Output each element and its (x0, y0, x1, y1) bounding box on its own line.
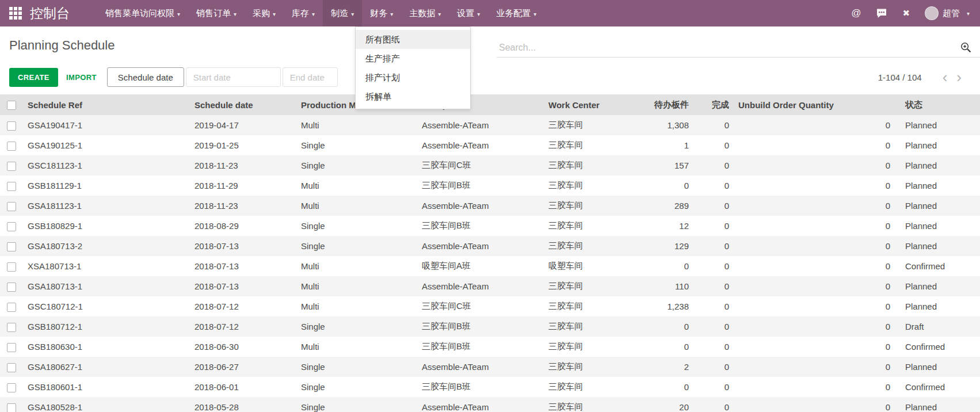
app-title[interactable]: 控制台 (30, 5, 70, 22)
checkbox-cell (0, 377, 23, 397)
column-header[interactable]: Unbuild Order Quantity (734, 94, 895, 115)
table-row[interactable]: GSC180712-12018-07-12Multi三胶车间C班三胶车间1,23… (0, 296, 980, 316)
topbar-menu-8[interactable]: 设置▾ (449, 0, 488, 26)
topbar-menu-7[interactable]: 主数据▾ (401, 0, 449, 26)
cell: 2 (636, 357, 693, 377)
cell: GSA180627-1 (23, 357, 190, 377)
cell: 2018-07-13 (190, 236, 296, 256)
cell: 0 (636, 377, 693, 397)
row-checkbox[interactable] (7, 222, 16, 231)
table-row[interactable]: GSA190417-12019-04-17MultiAssemble-ATeam… (0, 115, 980, 135)
column-header[interactable]: Work Center (544, 94, 636, 115)
table-row[interactable]: GSB180630-12018-06-30Multi三胶车间B班三胶车间000C… (0, 337, 980, 357)
chevron-down-icon: ▾ (351, 11, 354, 17)
row-checkbox[interactable] (7, 121, 16, 131)
cell: Planned (895, 176, 980, 196)
tools-icon[interactable]: ✖ (902, 8, 910, 18)
search-input[interactable] (499, 43, 960, 53)
select-all-checkbox[interactable] (7, 101, 16, 110)
cell: 2018-06-27 (190, 357, 296, 377)
table-row[interactable]: GSA181123-12018-11-23MultiAssemble-ATeam… (0, 196, 980, 216)
dropdown-item-2[interactable]: 生产排产 (356, 49, 470, 68)
topbar-menu-4[interactable]: 库存▾ (284, 0, 323, 26)
cell: Multi (296, 115, 417, 135)
cell: 0 (693, 135, 734, 155)
cell: 0 (636, 337, 693, 357)
cell: 三胶车间 (544, 357, 636, 377)
pager-next-button[interactable]: › (952, 71, 966, 83)
column-header[interactable]: Schedule date (190, 94, 296, 115)
topbar-menus: 销售菜单访问权限▾销售订单▾采购▾库存▾制造▾财务▾主数据▾设置▾业务配置▾ (97, 0, 544, 26)
row-checkbox[interactable] (7, 262, 16, 272)
cell: 0 (693, 377, 734, 397)
select-all-header-cell[interactable] (0, 94, 23, 115)
cell: 2018-11-23 (190, 155, 296, 176)
checkbox-cell (0, 276, 23, 296)
table-row[interactable]: GSA180713-22018-07-13SingleAssemble-ATea… (0, 236, 980, 256)
control-panel: Planning Schedule CREATE IMPORT Schedule… (0, 26, 980, 94)
cell: 三胶车间B班 (417, 377, 544, 397)
table-row[interactable]: GSB180712-12018-07-12Single三胶车间B班三胶车间000… (0, 316, 980, 337)
schedule-date-filter-button[interactable]: Schedule date (107, 67, 184, 87)
table-row[interactable]: GSA180713-12018-07-13MultiAssemble-ATeam… (0, 276, 980, 296)
apps-menu-icon[interactable] (9, 7, 22, 20)
column-header[interactable]: 状态 (895, 94, 980, 115)
cell: GSB180601-1 (23, 377, 190, 397)
row-checkbox[interactable] (7, 363, 16, 372)
row-checkbox[interactable] (7, 303, 16, 312)
cell: Assemble-ATeam (417, 236, 544, 256)
cell: Confirmed (895, 377, 980, 397)
dropdown-item-3[interactable]: 排产计划 (356, 68, 470, 87)
row-checkbox[interactable] (7, 283, 16, 292)
topbar-menu-1[interactable]: 销售菜单访问权限▾ (97, 0, 188, 26)
row-checkbox[interactable] (7, 242, 16, 251)
pager-prev-button[interactable]: ‹ (938, 71, 952, 83)
topbar-menu-2[interactable]: 销售订单▾ (188, 0, 245, 26)
cell: Planned (895, 276, 980, 296)
row-checkbox[interactable] (7, 162, 16, 171)
start-date-input[interactable] (186, 67, 281, 87)
cell: 三胶车间 (544, 316, 636, 337)
topbar: 控制台 销售菜单访问权限▾销售订单▾采购▾库存▾制造▾财务▾主数据▾设置▾业务配… (0, 0, 980, 26)
cell: Planned (895, 135, 980, 155)
row-checkbox[interactable] (7, 182, 16, 191)
column-header[interactable]: Schedule Ref (23, 94, 190, 115)
cell: 0 (734, 296, 895, 316)
row-checkbox[interactable] (7, 343, 16, 352)
end-date-input[interactable] (283, 67, 338, 87)
topbar-menu-5[interactable]: 制造▾ (323, 0, 362, 26)
table-row[interactable]: XSA180713-12018-07-13Multi吸塑车间A班吸塑车间000C… (0, 256, 980, 276)
chat-icon[interactable] (876, 7, 887, 19)
dropdown-item-4[interactable]: 拆解单 (356, 87, 470, 106)
user-menu[interactable]: 超管 ▾ (925, 6, 970, 20)
topbar-menu-3[interactable]: 采购▾ (245, 0, 284, 26)
column-header[interactable]: 待办板件 (636, 94, 693, 115)
cell: 0 (734, 236, 895, 256)
topbar-menu-6[interactable]: 财务▾ (362, 0, 401, 26)
table-row[interactable]: GSB181129-12018-11-29Multi三胶车间B班三胶车间000P… (0, 176, 980, 196)
search-bar (497, 41, 980, 58)
cell: 0 (693, 316, 734, 337)
row-checkbox[interactable] (7, 403, 16, 412)
table-row[interactable]: GSB180601-12018-06-01Single三胶车间B班三胶车间000… (0, 377, 980, 397)
table-row[interactable]: GSA180627-12018-06-27SingleAssemble-ATea… (0, 357, 980, 377)
row-checkbox[interactable] (7, 202, 16, 211)
column-header[interactable]: 完成 (693, 94, 734, 115)
table-row[interactable]: GSA190125-12019-01-25SingleAssemble-ATea… (0, 135, 980, 155)
mentions-icon[interactable]: @ (851, 7, 861, 19)
cell: 三胶车间 (544, 176, 636, 196)
cell: 0 (734, 377, 895, 397)
cell: 2018-08-29 (190, 216, 296, 236)
search-icon[interactable] (960, 41, 972, 54)
dropdown-item-1[interactable]: 所有图纸 (356, 30, 470, 49)
topbar-menu-9[interactable]: 业务配置▾ (488, 0, 544, 26)
import-button[interactable]: IMPORT (66, 73, 97, 82)
row-checkbox[interactable] (7, 323, 16, 332)
cell: 三胶车间B班 (417, 316, 544, 337)
table-row[interactable]: GSB180829-12018-08-29Single三胶车间B班三胶车间120… (0, 216, 980, 236)
table-row[interactable]: GSC181123-12018-11-23Single三胶车间C班三胶车间157… (0, 155, 980, 176)
table-row[interactable]: GSA180528-12018-05-28SingleAssemble-ATea… (0, 397, 980, 412)
row-checkbox[interactable] (7, 142, 16, 151)
create-button[interactable]: CREATE (9, 68, 58, 87)
row-checkbox[interactable] (7, 383, 16, 392)
